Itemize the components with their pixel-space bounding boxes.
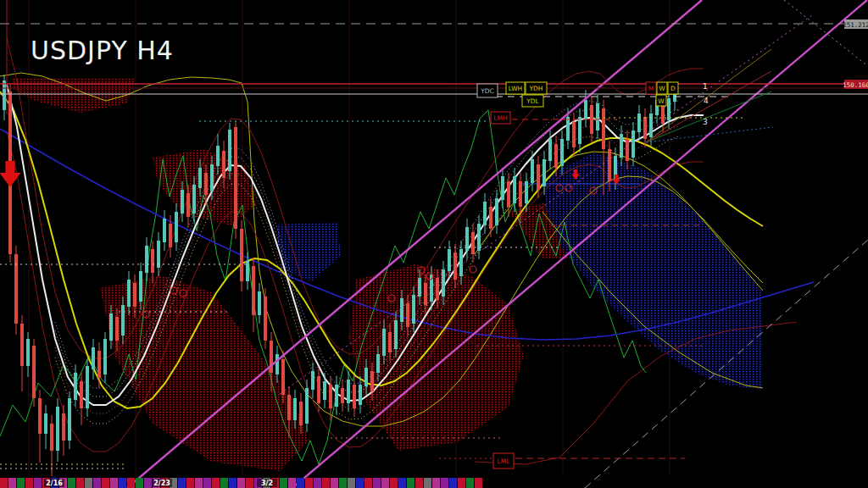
candle-body <box>234 127 237 229</box>
candle-body <box>542 159 546 186</box>
price-label-text: 150.160 <box>843 81 868 89</box>
candle-body <box>145 246 148 273</box>
candle-body <box>86 366 89 408</box>
candle-body <box>74 373 77 400</box>
timeline-block <box>424 478 431 488</box>
candle-body <box>115 317 119 341</box>
candle-body <box>370 371 374 391</box>
timeline-block <box>305 478 313 488</box>
timeline-block <box>186 478 194 488</box>
candle-body <box>275 354 279 374</box>
candle-body <box>388 332 392 352</box>
candle-body <box>246 261 249 281</box>
candle-body <box>364 368 368 386</box>
candle-body <box>3 80 6 110</box>
timeline-block <box>390 478 398 488</box>
timeline-block <box>136 478 143 488</box>
pivot-label-text: D <box>670 85 676 92</box>
candle-body <box>329 385 332 408</box>
candle-body <box>175 212 178 242</box>
candle-body <box>602 108 605 149</box>
candle-body <box>50 424 53 451</box>
timeline-block <box>220 478 228 488</box>
candle-body <box>258 291 261 315</box>
candle-body <box>620 134 623 158</box>
pivot-label-text: YDL <box>526 97 539 105</box>
candle-body <box>323 381 326 400</box>
candle-body <box>667 98 670 120</box>
candle-body <box>471 232 475 254</box>
trading-chart-window: 143YDCLWHYDHYDLMWDWLMHLML151.212150.1602… <box>0 0 868 488</box>
timeline-block <box>415 478 423 488</box>
timeline-block <box>348 478 355 488</box>
candle-body <box>626 139 629 161</box>
timeline-block <box>34 478 42 488</box>
wave-number: 1 <box>703 82 708 91</box>
pivot-label-text: LML <box>498 458 511 465</box>
pivot-label-text: YDC <box>480 87 494 95</box>
candle-body <box>424 283 427 305</box>
candle-body <box>210 164 214 191</box>
candle-body <box>608 149 611 181</box>
candle-body <box>341 388 344 403</box>
wave-number: 3 <box>703 118 708 126</box>
candle-body <box>525 181 528 203</box>
candle-body <box>548 139 552 161</box>
candle-body <box>204 173 208 195</box>
candle-body <box>596 103 599 130</box>
candle-body <box>501 176 504 200</box>
timeline-block <box>356 478 364 488</box>
timeline-block <box>119 478 126 488</box>
candle-body <box>169 224 172 247</box>
timeline-block <box>178 478 186 488</box>
candle-body <box>198 168 202 188</box>
candle-body <box>56 407 59 451</box>
candle-body <box>38 398 42 434</box>
candle-body <box>382 329 386 356</box>
candle-body <box>264 297 267 341</box>
candle-body <box>453 252 457 280</box>
timeline-block <box>314 478 321 488</box>
timeline-block <box>373 478 381 488</box>
timeline-block <box>85 478 92 488</box>
pivot-label-text: W <box>658 97 665 105</box>
candle-body <box>566 117 570 141</box>
candle-body <box>554 144 558 168</box>
candle-body <box>109 313 113 341</box>
timeline-block <box>458 478 465 488</box>
candle-body <box>495 198 498 225</box>
timeline-block <box>25 478 33 488</box>
candle-body <box>448 249 451 271</box>
timeline-block <box>407 478 415 488</box>
timeline-block <box>110 478 118 488</box>
candle-body <box>103 339 107 374</box>
candle-body <box>157 241 160 268</box>
timeline-block <box>398 478 406 488</box>
candle-body <box>216 146 220 166</box>
candle-body <box>281 359 285 395</box>
timeline-block <box>203 478 211 488</box>
price-label-text: 151.212 <box>843 21 868 29</box>
candle-body <box>181 190 184 214</box>
candle-body <box>507 181 510 207</box>
candle-body <box>163 219 166 242</box>
candle-body <box>353 385 356 408</box>
timeline-block <box>280 478 287 488</box>
candle-body <box>376 354 380 373</box>
candle-body <box>44 413 47 434</box>
candle-body <box>459 249 463 276</box>
candle-body <box>20 324 24 366</box>
candle-body <box>359 385 362 405</box>
timeline-block <box>0 478 8 488</box>
candle-body <box>293 398 297 420</box>
candle-body <box>584 100 587 119</box>
candle-body <box>97 351 101 378</box>
pivot-label-text: LWH <box>509 85 523 92</box>
timeline-block <box>441 478 448 488</box>
candle-body <box>121 305 125 336</box>
timeline-block <box>449 478 457 488</box>
timeline-block <box>364 478 372 488</box>
price-chart-canvas[interactable]: 143YDCLWHYDHYDLMWDWLMHLML151.212150.1602… <box>0 0 868 488</box>
candle-body <box>537 164 540 190</box>
timeline-block <box>475 478 482 488</box>
